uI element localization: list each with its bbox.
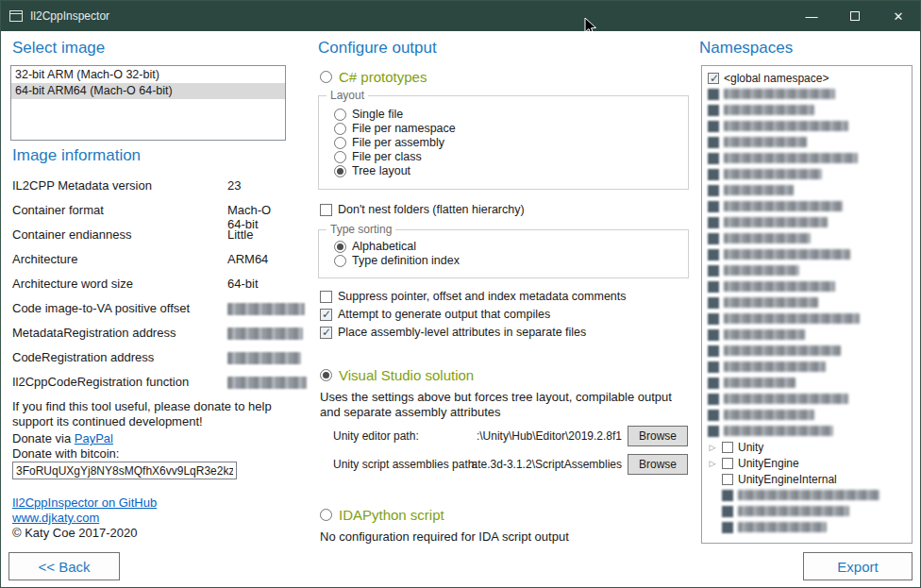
bitcoin-address-input[interactable]: [12, 462, 237, 479]
namespace-item-redacted[interactable]: [708, 198, 910, 214]
namespace-checkbox[interactable]: [708, 426, 719, 437]
radio-icon: [334, 255, 346, 267]
namespace-checkbox[interactable]: [708, 89, 719, 100]
export-button[interactable]: Export: [803, 552, 913, 580]
namespace-checkbox[interactable]: [708, 265, 719, 277]
expander-icon[interactable]: ▷: [708, 443, 717, 452]
namespace-item-redacted[interactable]: [708, 343, 910, 359]
namespace-checkbox[interactable]: [708, 121, 719, 132]
website-link[interactable]: www.djkaty.com: [12, 511, 99, 525]
namespace-checkbox[interactable]: [708, 185, 719, 196]
suppress-metadata-checkbox[interactable]: Suppress pointer, offset and index metad…: [320, 290, 627, 303]
back-button[interactable]: << Back: [8, 552, 120, 580]
idapython-script-radio[interactable]: IDAPython script: [320, 507, 444, 523]
namespace-checkbox[interactable]: [708, 233, 719, 244]
namespace-item-redacted[interactable]: [708, 519, 910, 535]
radio-icon: [334, 109, 346, 121]
maximize-button[interactable]: [833, 1, 877, 31]
layout-option-file-per-namespace[interactable]: File per namespace: [334, 122, 456, 135]
redacted-namespace-label: [724, 169, 822, 179]
github-link[interactable]: Il2CppInspector on GitHub: [12, 496, 157, 510]
layout-option-file-per-class[interactable]: File per class: [334, 150, 422, 163]
namespace-item-unityengineinternal[interactable]: ▷UnityEngineInternal: [708, 471, 910, 487]
image-list-item-selected[interactable]: 64-bit ARM64 (Mach-O 64-bit): [11, 83, 285, 99]
paypal-link[interactable]: PayPal: [75, 431, 113, 445]
namespace-item-redacted[interactable]: [708, 246, 910, 262]
namespace-item-redacted[interactable]: [708, 359, 910, 375]
namespace-item-redacted[interactable]: [708, 311, 910, 327]
visual-studio-solution-radio[interactable]: Visual Studio solution: [320, 367, 474, 383]
sorting-option-alphabetical[interactable]: Alphabetical: [334, 240, 416, 253]
namespace-checkbox[interactable]: [708, 73, 719, 84]
namespace-checkbox[interactable]: [708, 105, 719, 116]
namespace-checkbox[interactable]: [708, 410, 719, 421]
layout-option-tree-layout[interactable]: Tree layout: [334, 164, 410, 177]
browse-editor-button[interactable]: Browse: [628, 426, 688, 446]
namespace-checkbox[interactable]: [708, 329, 719, 341]
donate-bitcoin-label: Donate with bitcoin:: [12, 446, 290, 462]
namespace-checkbox[interactable]: [708, 137, 719, 148]
layout-option-single-file[interactable]: Single file: [334, 108, 403, 121]
namespace-checkbox[interactable]: [708, 217, 719, 228]
namespace-checkbox[interactable]: [722, 490, 733, 501]
namespace-item-redacted[interactable]: [708, 375, 910, 391]
namespace-checkbox[interactable]: [708, 345, 719, 357]
namespace-item-redacted[interactable]: [708, 423, 910, 439]
image-listbox[interactable]: 32-bit ARM (Mach-O 32-bit) 64-bit ARM64 …: [10, 65, 286, 141]
compiles-output-checkbox[interactable]: Attempt to generate output that compiles: [320, 308, 550, 321]
namespace-checkbox[interactable]: [708, 313, 719, 325]
namespace-checkbox[interactable]: [722, 458, 733, 469]
namespace-checkbox[interactable]: [708, 281, 719, 293]
namespace-item-global[interactable]: <global namespace>: [708, 70, 910, 86]
namespace-checkbox[interactable]: [722, 474, 733, 485]
info-key: CodeRegistration address: [12, 350, 154, 364]
namespace-item-unityengine[interactable]: ▷UnityEngine: [708, 455, 910, 471]
minimize-button[interactable]: —: [790, 1, 833, 31]
close-button[interactable]: ✕: [877, 1, 920, 31]
redacted-value: [227, 377, 307, 389]
expander-icon[interactable]: ▷: [708, 459, 717, 468]
namespace-item-redacted[interactable]: [708, 166, 910, 182]
info-key: Container format: [12, 203, 104, 217]
namespace-item-redacted[interactable]: [708, 230, 910, 246]
layout-option-file-per-assembly[interactable]: File per assembly: [334, 136, 444, 149]
namespace-checkbox[interactable]: [708, 394, 719, 405]
redacted-namespace-label: [724, 313, 860, 324]
namespace-checkbox[interactable]: [708, 361, 719, 373]
namespace-item-redacted[interactable]: [708, 102, 910, 118]
namespace-checkbox[interactable]: [722, 522, 733, 533]
radio-icon: [320, 71, 332, 83]
namespace-checkbox[interactable]: [722, 442, 733, 453]
namespace-item-redacted[interactable]: [708, 150, 910, 166]
namespace-item-unity[interactable]: ▷Unity: [708, 439, 910, 455]
namespaces-panel[interactable]: <global namespace> ▷Unity▷UnityEngine▷Un…: [701, 65, 913, 544]
namespace-item-redacted[interactable]: [708, 118, 910, 134]
namespace-item-redacted[interactable]: [708, 294, 910, 311]
namespace-checkbox[interactable]: [708, 249, 719, 260]
namespace-item-redacted[interactable]: [708, 182, 910, 198]
namespace-item-redacted[interactable]: [708, 391, 910, 407]
namespace-item-redacted[interactable]: [708, 262, 910, 278]
namespace-item-redacted[interactable]: [708, 487, 910, 503]
namespace-checkbox[interactable]: [708, 297, 719, 309]
namespace-item-redacted[interactable]: [708, 503, 910, 519]
namespace-item-redacted[interactable]: [708, 407, 910, 423]
csharp-prototypes-radio[interactable]: C# prototypes: [320, 69, 427, 85]
namespace-item-redacted[interactable]: [708, 278, 910, 294]
namespace-item-redacted[interactable]: [708, 86, 910, 102]
info-row: Code image-to-VA positive offset: [12, 301, 288, 326]
browse-script-button[interactable]: Browse: [628, 454, 688, 475]
namespace-checkbox[interactable]: [708, 153, 719, 164]
namespace-checkbox[interactable]: [708, 201, 719, 212]
namespace-checkbox[interactable]: [708, 169, 719, 180]
idapython-script-label: IDAPython script: [339, 507, 444, 523]
namespace-item-redacted[interactable]: [708, 327, 910, 343]
flatten-hierarchy-checkbox[interactable]: Don't nest folders (flatten hierarchy): [320, 203, 525, 216]
sorting-option-type-definition-index[interactable]: Type definition index: [334, 254, 460, 267]
namespace-item-redacted[interactable]: [708, 134, 910, 150]
assembly-attributes-checkbox[interactable]: Place assembly-level attributes in separ…: [320, 326, 586, 339]
namespace-checkbox[interactable]: [708, 378, 719, 389]
namespace-checkbox[interactable]: [722, 506, 733, 517]
namespace-item-redacted[interactable]: [708, 214, 910, 230]
image-list-item[interactable]: 32-bit ARM (Mach-O 32-bit): [11, 67, 285, 83]
